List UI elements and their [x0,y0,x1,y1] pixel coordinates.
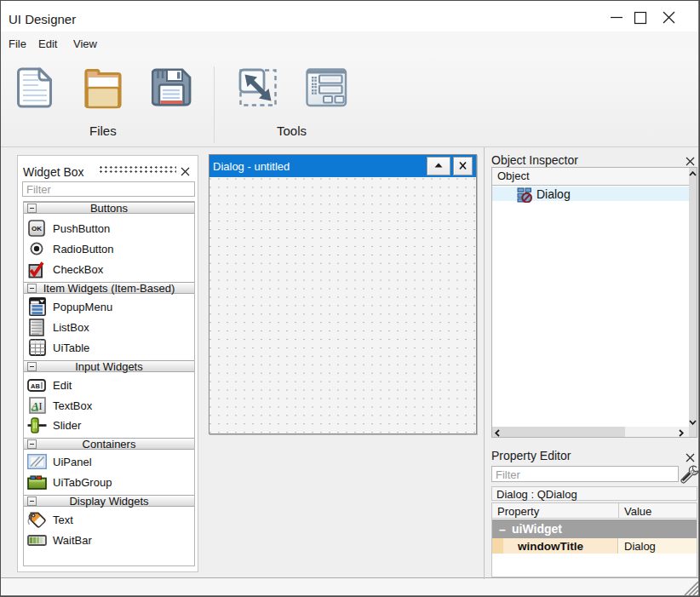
svg-text:A: A [31,399,39,412]
svg-text:I: I [39,400,43,412]
svg-text:OK: OK [32,225,42,232]
svg-text:AB: AB [31,382,40,390]
